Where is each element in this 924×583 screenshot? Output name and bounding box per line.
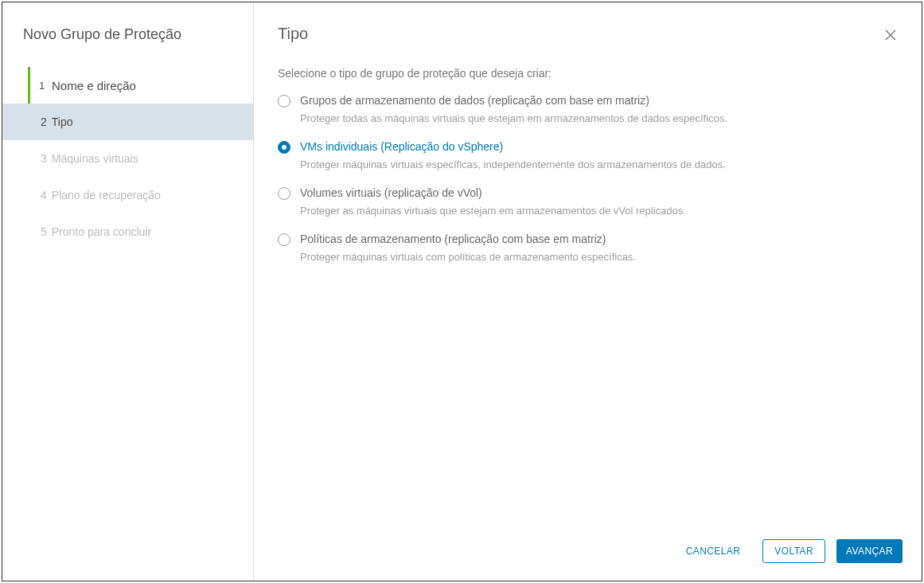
close-icon[interactable] <box>883 28 898 42</box>
step-number: 4 <box>41 189 47 202</box>
step-vms: 3 Máquinas virtuais <box>2 140 253 177</box>
main-body: Selecione o tipo de grupo de proteção qu… <box>254 54 922 524</box>
step-type[interactable]: 2 Tipo <box>2 104 253 140</box>
option-label[interactable]: Volumes virtuais (replicação de vVol) <box>300 186 482 199</box>
radio-icon[interactable] <box>278 95 290 108</box>
step-number: 3 <box>41 152 47 165</box>
radio-icon[interactable] <box>278 233 290 246</box>
option-description: Proteger máquinas virtuais específicas, … <box>300 158 898 170</box>
step-name-direction[interactable]: 1 Nome e direção <box>2 67 253 104</box>
step-number: 5 <box>41 225 47 238</box>
back-button[interactable]: VOLTAR <box>762 539 825 563</box>
option-label[interactable]: Políticas de armazenamento (replicação c… <box>300 233 606 245</box>
radio-icon[interactable] <box>278 187 290 200</box>
step-ready: 5 Pronto para concluir <box>2 213 253 250</box>
option-label[interactable]: Grupos de armazenamento de dados (replic… <box>300 94 649 107</box>
option-row[interactable]: Políticas de armazenamento (replicação c… <box>278 233 898 246</box>
step-label: Tipo <box>52 115 73 128</box>
next-button[interactable]: AVANÇAR <box>836 539 903 563</box>
wizard-sidebar: Novo Grupo de Proteção 1 Nome e direção … <box>2 2 254 581</box>
step-label: Plano de recuperação <box>52 189 161 202</box>
step-label: Máquinas virtuais <box>52 152 138 165</box>
step-number: 2 <box>41 115 47 128</box>
option-virtual-volumes: Volumes virtuais (replicação de vVol) Pr… <box>278 186 898 217</box>
page-title: Tipo <box>278 25 308 43</box>
option-datastore-groups: Grupos de armazenamento de dados (replic… <box>278 94 898 124</box>
option-label[interactable]: VMs individuais (Replicação do vSphere) <box>300 140 503 153</box>
option-description: Proteger máquinas virtuais com políticas… <box>300 251 898 263</box>
wizard-footer: CANCELAR VOLTAR AVANÇAR <box>254 524 922 581</box>
step-number: 1 <box>39 80 45 92</box>
option-row[interactable]: VMs individuais (Replicação do vSphere) <box>278 140 898 154</box>
option-description: Proteger todas as máquinas virtuais que … <box>300 112 898 124</box>
option-row[interactable]: Grupos de armazenamento de dados (replic… <box>278 94 898 108</box>
radio-icon[interactable] <box>278 141 290 154</box>
step-recovery-plan: 4 Plano de recuperação <box>2 177 253 213</box>
step-label: Pronto para concluir <box>52 225 151 238</box>
option-individual-vms: VMs individuais (Replicação do vSphere) … <box>278 140 898 170</box>
step-label: Nome e direção <box>52 79 136 92</box>
option-row[interactable]: Volumes virtuais (replicação de vVol) <box>278 186 898 200</box>
cancel-button[interactable]: CANCELAR <box>675 539 752 563</box>
option-storage-policies: Políticas de armazenamento (replicação c… <box>278 233 898 263</box>
prompt-text: Selecione o tipo de grupo de proteção qu… <box>278 67 898 80</box>
option-description: Proteger as máquinas virtuais que esteja… <box>300 205 898 217</box>
step-list: 1 Nome e direção 2 Tipo 3 Máquinas virtu… <box>2 67 253 250</box>
wizard-dialog: Novo Grupo de Proteção 1 Nome e direção … <box>2 2 922 581</box>
wizard-main: Tipo Selecione o tipo de grupo de proteç… <box>254 2 922 581</box>
sidebar-title: Novo Grupo de Proteção <box>2 2 253 64</box>
main-header: Tipo <box>254 2 922 54</box>
